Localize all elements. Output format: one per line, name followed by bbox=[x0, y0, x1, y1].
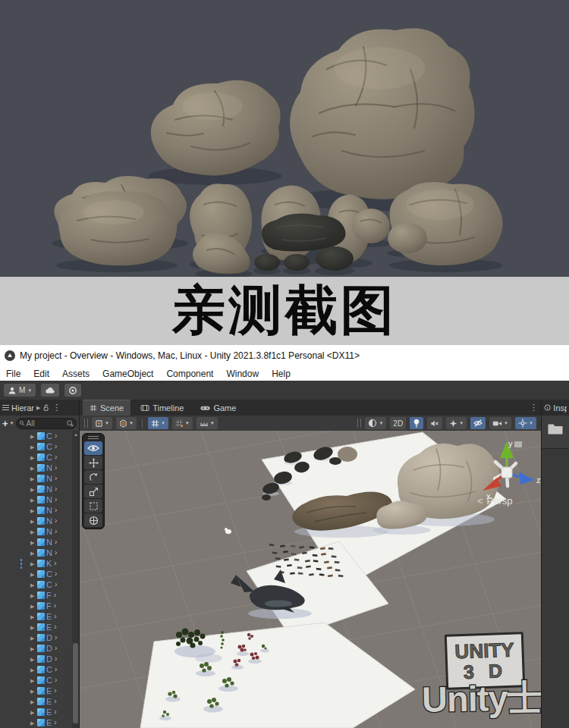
hierarchy-row[interactable]: ▶F› bbox=[0, 590, 79, 601]
scene-viewport[interactable]: y x z < Persp UNITY 3 D Unity士多 bbox=[80, 431, 541, 728]
hierarchy-row[interactable]: ▶N› bbox=[0, 494, 79, 505]
grid-visibility-button[interactable]: ▼ bbox=[148, 417, 168, 429]
menu-gameobject[interactable]: GameObject bbox=[102, 369, 153, 379]
account-button[interactable]: M ▼ bbox=[4, 384, 36, 397]
prefab-open-chevron-icon[interactable]: › bbox=[55, 443, 57, 450]
prefab-open-chevron-icon[interactable]: › bbox=[55, 549, 57, 557]
prefab-open-chevron-icon[interactable]: › bbox=[54, 592, 56, 599]
audio-mute-button[interactable] bbox=[427, 417, 442, 429]
hierarchy-row[interactable]: ▶C› bbox=[0, 431, 79, 441]
perspective-toggle[interactable]: < Persp bbox=[477, 495, 513, 507]
expand-arrow-icon[interactable]: ▶ bbox=[30, 604, 37, 609]
menu-help[interactable]: Help bbox=[272, 369, 291, 379]
prefab-open-chevron-icon[interactable]: › bbox=[54, 708, 56, 716]
expand-arrow-icon[interactable]: ▶ bbox=[30, 434, 37, 439]
hierarchy-row[interactable]: ▶D› bbox=[0, 654, 79, 664]
menu-assets[interactable]: Assets bbox=[62, 369, 90, 379]
hierarchy-row[interactable]: ▶N› bbox=[0, 516, 79, 526]
prefab-open-chevron-icon[interactable]: › bbox=[54, 560, 56, 567]
overlay-drag-handle[interactable] bbox=[88, 436, 99, 439]
menu-file[interactable]: File bbox=[6, 369, 20, 379]
prefab-open-chevron-icon[interactable]: › bbox=[54, 698, 56, 705]
expand-arrow-icon[interactable]: ▶ bbox=[30, 487, 37, 492]
hierarchy-row[interactable]: ▶C› bbox=[0, 569, 79, 579]
hierarchy-row[interactable]: ▶E› bbox=[0, 622, 79, 632]
increment-snap-button[interactable]: ▼ bbox=[196, 417, 218, 429]
prefab-open-chevron-icon[interactable]: › bbox=[55, 666, 57, 673]
prefab-open-chevron-icon[interactable]: › bbox=[54, 613, 56, 620]
hierarchy-row[interactable]: ▶N› bbox=[0, 463, 79, 473]
prefab-open-chevron-icon[interactable]: › bbox=[55, 645, 57, 652]
hierarchy-scrollbar-thumb[interactable] bbox=[73, 643, 78, 723]
hierarchy-row[interactable]: ▶E› bbox=[0, 707, 79, 717]
hierarchy-row[interactable]: ▶N› bbox=[0, 505, 79, 516]
add-dropdown-caret-icon[interactable]: ▼ bbox=[10, 421, 14, 425]
hierarchy-row[interactable]: ▶N› bbox=[0, 548, 79, 558]
menu-component[interactable]: Component bbox=[166, 369, 213, 379]
tab-timeline[interactable]: Timeline bbox=[134, 400, 190, 416]
expand-arrow-icon[interactable]: ▶ bbox=[30, 455, 37, 460]
expand-arrow-icon[interactable]: ▶ bbox=[30, 551, 37, 556]
expand-arrow-icon[interactable]: ▶ bbox=[30, 444, 37, 450]
hierarchy-row[interactable]: ▶E› bbox=[0, 696, 79, 707]
hierarchy-search-input[interactable]: All bbox=[16, 418, 77, 429]
tab-scene[interactable]: Scene bbox=[83, 400, 130, 416]
expand-arrow-icon[interactable]: ▶ bbox=[30, 657, 37, 662]
snap-settings-button[interactable]: ▼ bbox=[172, 417, 193, 429]
draw-mode-button[interactable]: ▼ bbox=[365, 417, 386, 429]
transform-tool-button[interactable] bbox=[84, 513, 102, 527]
gizmo-navigation-button[interactable]: ▼ bbox=[515, 417, 536, 429]
version-control-button[interactable] bbox=[64, 384, 81, 397]
pick-object-icon[interactable] bbox=[67, 420, 74, 427]
prefab-open-chevron-icon[interactable]: › bbox=[54, 687, 56, 695]
axis-z-label[interactable]: z bbox=[536, 475, 541, 485]
effects-toggle-button[interactable]: ▼ bbox=[446, 417, 467, 429]
hierarchy-row[interactable]: ▶C› bbox=[0, 579, 79, 590]
expand-arrow-icon[interactable]: ▶ bbox=[30, 466, 37, 471]
prefab-open-chevron-icon[interactable]: › bbox=[55, 507, 57, 514]
move-tool-button[interactable] bbox=[84, 456, 102, 469]
expand-arrow-icon[interactable]: ▶ bbox=[30, 625, 37, 630]
prefab-open-chevron-icon[interactable]: › bbox=[55, 475, 57, 482]
prefab-open-chevron-icon[interactable]: › bbox=[55, 538, 57, 546]
hierarchy-row[interactable]: ▶C› bbox=[0, 441, 79, 452]
expand-arrow-icon[interactable]: ▶ bbox=[30, 699, 37, 704]
hierarchy-row[interactable]: ▶K› bbox=[0, 558, 79, 569]
hierarchy-row[interactable]: ▶D› bbox=[0, 632, 79, 643]
prefab-open-chevron-icon[interactable]: › bbox=[55, 570, 57, 578]
scene-visibility-button[interactable] bbox=[470, 417, 486, 429]
axis-y-label[interactable]: y bbox=[508, 439, 513, 448]
rotate-tool-button[interactable] bbox=[84, 470, 102, 484]
hierarchy-tab[interactable]: Hierar bbox=[11, 403, 34, 413]
hierarchy-row[interactable]: ▶C› bbox=[0, 675, 79, 686]
prefab-open-chevron-icon[interactable]: › bbox=[55, 432, 57, 440]
scroll-up-icon[interactable]: ▲ bbox=[74, 432, 78, 437]
expand-arrow-icon[interactable]: ▶ bbox=[30, 582, 37, 588]
hierarchy-row[interactable]: ▶N› bbox=[0, 537, 79, 548]
prefab-open-chevron-icon[interactable]: › bbox=[55, 453, 57, 461]
prefab-open-chevron-icon[interactable]: › bbox=[55, 634, 57, 642]
scene-lighting-button[interactable] bbox=[410, 417, 423, 429]
hierarchy-row[interactable]: ▶N› bbox=[0, 484, 79, 494]
expand-arrow-icon[interactable]: ▶ bbox=[30, 720, 37, 726]
expand-arrow-icon[interactable]: ▶ bbox=[30, 635, 37, 641]
expand-arrow-icon[interactable]: ▶ bbox=[30, 476, 37, 482]
expand-arrow-icon[interactable]: ▶ bbox=[30, 519, 37, 524]
toolbar-grip[interactable] bbox=[84, 419, 88, 428]
hierarchy-menu-icon[interactable]: ⋮ bbox=[52, 403, 61, 412]
expand-arrow-icon[interactable]: ▶ bbox=[30, 614, 37, 620]
expand-arrow-icon[interactable]: ▶ bbox=[30, 529, 37, 535]
hierarchy-row[interactable]: ▶N› bbox=[0, 473, 79, 484]
prefab-open-chevron-icon[interactable]: › bbox=[55, 517, 57, 525]
tool-handle-position-button[interactable]: ▼ bbox=[92, 417, 112, 429]
prefab-open-chevron-icon[interactable]: › bbox=[54, 623, 56, 631]
prefab-open-chevron-icon[interactable]: › bbox=[54, 602, 56, 610]
hierarchy-row[interactable]: ▶C› bbox=[0, 664, 79, 675]
scale-tool-button[interactable] bbox=[84, 485, 102, 498]
inspector-tab[interactable]: Insp bbox=[553, 403, 567, 413]
prefab-open-chevron-icon[interactable]: › bbox=[55, 485, 57, 493]
prefab-open-chevron-icon[interactable]: › bbox=[55, 464, 57, 472]
expand-arrow-icon[interactable]: ▶ bbox=[30, 678, 37, 683]
orientation-gizmo[interactable]: y x z bbox=[472, 438, 541, 504]
menu-window[interactable]: Window bbox=[226, 369, 259, 379]
